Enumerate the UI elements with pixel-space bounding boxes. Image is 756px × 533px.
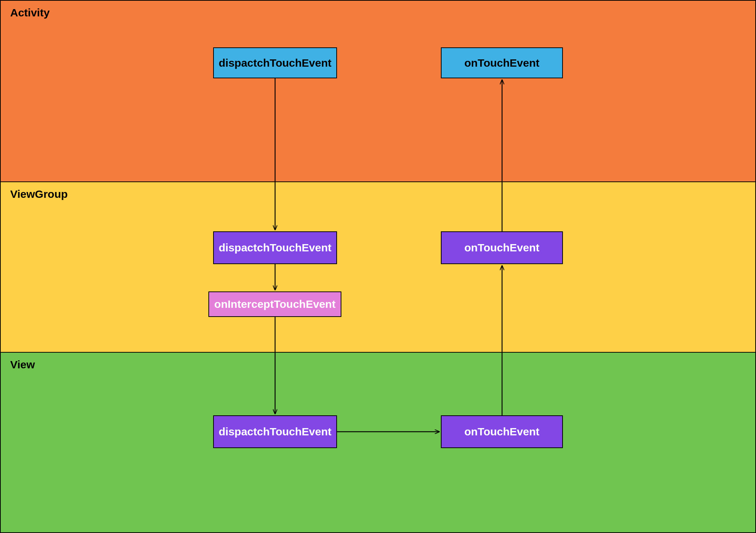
node-activity-ontouch: onTouchEvent: [441, 47, 563, 78]
node-viewgroup-dispatch: dispactchTouchEvent: [213, 231, 337, 264]
lane-viewgroup: [0, 181, 756, 353]
node-viewgroup-ontouch: onTouchEvent: [441, 231, 563, 264]
diagram-canvas: Activity ViewGroup View dispactchTouchEv…: [0, 0, 756, 533]
node-viewgroup-intercept: onInterceptTouchEvent: [208, 291, 341, 317]
lane-label-view: View: [10, 358, 35, 371]
lane-view: [0, 352, 756, 533]
lane-activity: [0, 0, 756, 182]
node-activity-dispatch: dispactchTouchEvent: [213, 47, 337, 78]
node-view-ontouch: onTouchEvent: [441, 415, 563, 448]
lane-label-viewgroup: ViewGroup: [10, 188, 68, 200]
lane-label-activity: Activity: [10, 7, 50, 19]
node-view-dispatch: dispactchTouchEvent: [213, 415, 337, 448]
